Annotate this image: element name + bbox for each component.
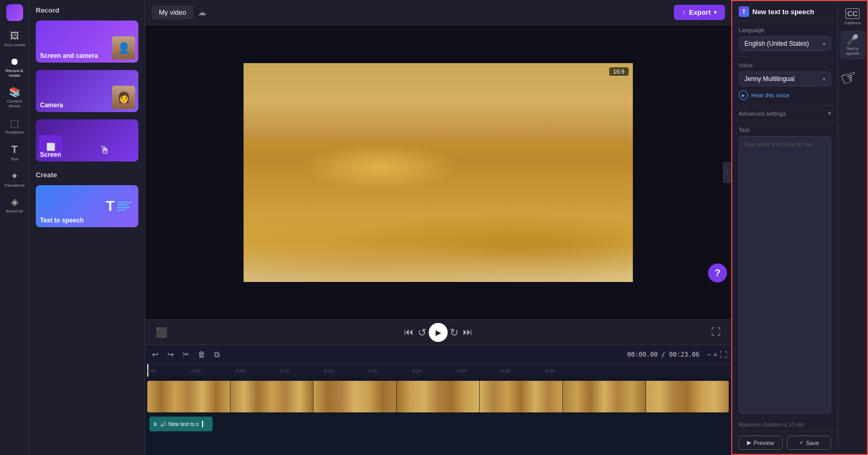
ruler-mark-0: 0:00 <box>147 368 157 373</box>
sidebar-item-templates[interactable]: ⬚ Templates <box>2 114 27 138</box>
camera-card[interactable]: Camera 👩 <box>36 70 138 112</box>
sidebar-item-text[interactable]: T Text <box>2 140 27 165</box>
delete-button[interactable]: 🗑 <box>195 348 208 360</box>
language-dropdown[interactable]: English (United States) ▾ <box>739 36 831 51</box>
record-section-title: Record <box>36 6 138 14</box>
transitions-icon: ✦ <box>11 170 18 182</box>
hear-voice-button[interactable]: ▶ Hear this voice <box>739 90 790 100</box>
tts-waves <box>117 201 132 211</box>
thumb-6 <box>563 381 646 412</box>
captions-icon-item[interactable]: CC Captions <box>840 5 865 28</box>
camera-face-preview2: 👩 <box>112 86 135 109</box>
ruler-mark-8: 0:32 <box>501 368 510 373</box>
your-media-icon: 🖼 <box>10 31 19 42</box>
subtitles-button[interactable]: ⬛ <box>154 325 169 340</box>
sidebar-item-content-library[interactable]: 📚 Content library <box>2 83 27 112</box>
video-frame: 16:9 <box>244 63 633 282</box>
undo-button[interactable]: ↩ <box>149 348 162 361</box>
redo-button[interactable]: ↪ <box>165 348 177 361</box>
tts-visual: T <box>106 198 132 215</box>
preview-label: Preview <box>753 440 774 446</box>
tts-sidebar-label: Text to speech <box>841 47 864 56</box>
save-button[interactable]: ✓ Save <box>787 436 831 450</box>
screen-and-camera-card[interactable]: Screen and camera 👤 <box>36 21 138 63</box>
rewind-button[interactable]: ↺ <box>416 324 429 341</box>
ruler-mark-1: 0:04 <box>191 368 201 373</box>
tts-panel: T New text to speech Language English (U… <box>732 1 837 454</box>
aspect-ratio-badge: 16:9 <box>609 67 629 76</box>
screen-card[interactable]: Screen 🖱 <box>36 119 138 161</box>
fullscreen-button[interactable]: ⛶ <box>709 325 723 340</box>
max-duration-text: Maximum duration is 10 min <box>732 419 837 431</box>
preview-button[interactable]: ▶ Preview <box>739 436 783 450</box>
duplicate-button[interactable]: ⧉ <box>211 348 223 361</box>
tts-panel-title: T New text to speech <box>739 6 831 17</box>
tts-t-icon: T <box>106 198 115 215</box>
tts-timeline-track[interactable]: ⏸ 🔊 New text to s <box>149 417 213 431</box>
right-icons-col: CC Captions 🎤 Text to speech ☞ <box>837 1 867 454</box>
text-to-speech-card[interactable]: Text to speech T <box>36 185 138 227</box>
tts-track-cursor <box>202 421 203 427</box>
screen-camera-label: Screen and camera <box>40 52 98 59</box>
export-button[interactable]: ↑ Export ▾ <box>674 5 725 20</box>
app-logo[interactable] <box>6 4 23 21</box>
help-button[interactable]: ? <box>708 264 727 282</box>
cursor-area: ☞ <box>838 62 867 104</box>
cut-button[interactable]: ✂ <box>180 348 192 361</box>
fit-timeline-button[interactable]: ⛶ <box>720 350 727 359</box>
skip-forward-button[interactable]: ⏭ <box>461 325 475 340</box>
sidebar-item-transitions[interactable]: ✦ Transitions <box>2 167 27 191</box>
voice-dropdown[interactable]: Jenny Multilingual ▾ <box>739 72 831 86</box>
play-circle-icon: ▶ <box>739 90 748 100</box>
camera-label: Camera <box>40 102 63 109</box>
panel-collapse-handle[interactable]: ‹ <box>723 162 731 183</box>
sidebar-item-label: Transitions <box>4 184 25 188</box>
voice-value: Jenny Multilingual <box>744 75 794 83</box>
tts-track-voice-icon: 🔊 <box>160 421 166 427</box>
export-icon: ↑ <box>682 8 686 16</box>
tts-track-label: New text to s <box>168 421 199 427</box>
screen-bg: Screen <box>36 119 138 161</box>
skip-back-button[interactable]: ⏮ <box>402 325 416 340</box>
thumb-4 <box>397 381 480 412</box>
screen-camera-bg: Screen and camera 👤 <box>36 21 138 63</box>
text-area-label: Text <box>739 127 831 133</box>
sidebar-item-brand-kit[interactable]: ◈ Brand kit <box>2 193 27 217</box>
zoom-in-button[interactable]: + <box>713 350 718 359</box>
zoom-out-button[interactable]: − <box>707 350 711 359</box>
voice-dropdown-arrow: ▾ <box>823 76 825 82</box>
ruler-mark-5: 0:20 <box>368 368 378 373</box>
tts-wave-3 <box>117 207 130 208</box>
tts-text-input[interactable] <box>739 136 831 413</box>
sidebar-item-record-create[interactable]: ⏺ Record & create <box>2 53 27 82</box>
my-video-tab[interactable]: My video <box>152 5 194 19</box>
tts-track-pause-icon: ⏸ <box>153 421 158 427</box>
sidebar-item-your-media[interactable]: 🖼 Your media <box>2 27 27 51</box>
desert-sky <box>244 63 633 140</box>
ruler-marks-container: 0:00 0:04 0:08 0:12 0:16 0:20 0:24 0:28 … <box>145 364 731 377</box>
advanced-settings-button[interactable]: Advanced settings ▾ <box>732 106 837 122</box>
tts-icon-item[interactable]: 🎤 Text to speech <box>840 31 865 59</box>
hear-voice-label: Hear this voice <box>751 92 790 98</box>
thumb-7 <box>646 381 729 412</box>
language-value: English (United States) <box>744 40 809 47</box>
main-area: My video ☁ ↑ Export ▾ 16:9 ? ‹ <box>145 0 731 455</box>
screen-camera-thumb: 👤 <box>112 36 135 59</box>
play-button[interactable]: ▶ <box>429 323 448 342</box>
screen-label: Screen <box>40 151 61 158</box>
preview-icon: ▶ <box>747 439 751 446</box>
forward-button[interactable]: ↻ <box>448 324 461 341</box>
timeline-area: ↩ ↪ ✂ 🗑 ⧉ 00:00.00 / 00:23.06 − + ⛶ 0:00… <box>145 345 731 455</box>
ruler-mark-2: 0:08 <box>236 368 245 373</box>
tts-footer: ▶ Preview ✓ Save <box>732 431 837 454</box>
text-icon: T <box>11 144 17 156</box>
tts-panel-title-text: New text to speech <box>752 8 814 16</box>
video-thumbnails <box>147 381 729 412</box>
sidebar-item-label: Text <box>11 157 18 162</box>
highlighted-panel-wrapper: T New text to speech Language English (U… <box>731 0 868 455</box>
tts-wave-2 <box>117 204 128 206</box>
content-library-icon: 📚 <box>9 86 21 98</box>
video-container: 16:9 ? ‹ <box>145 25 731 319</box>
captions-label: Captions <box>844 21 861 25</box>
left-panel: Record Screen and camera 👤 Camera 👩 Scre… <box>29 0 145 455</box>
